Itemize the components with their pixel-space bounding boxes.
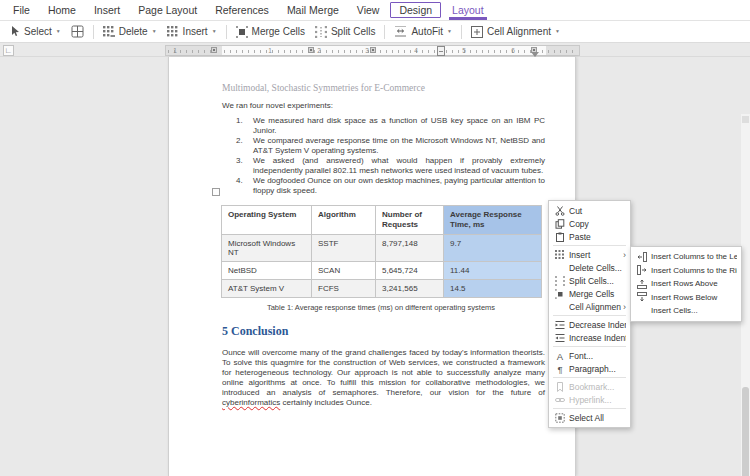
ruler-number: 6 bbox=[511, 47, 515, 54]
header-cell[interactable]: Algorithm bbox=[312, 206, 376, 235]
split-cells-button[interactable]: Split Cells bbox=[310, 24, 380, 40]
context-menu-item-paragraph[interactable]: ¶ Paragraph... bbox=[549, 362, 630, 375]
table-cell[interactable]: SSTF bbox=[312, 235, 376, 262]
tab-design[interactable]: Design bbox=[390, 2, 441, 18]
submenu-arrow-icon: › bbox=[623, 250, 626, 260]
results-table[interactable]: Operating System Algorithm Number of Req… bbox=[221, 205, 542, 298]
scrollbar-thumb[interactable] bbox=[742, 387, 749, 476]
menu-separator bbox=[553, 315, 626, 316]
submenu-item-insert-cells[interactable]: Insert Cells... bbox=[631, 304, 741, 318]
context-menu-item-merge-cells[interactable]: Merge Cells bbox=[549, 287, 630, 300]
split-cells-icon bbox=[554, 276, 565, 286]
table-cell[interactable]: AT&T System V bbox=[222, 280, 312, 298]
context-menu-item-insert[interactable]: Insert › bbox=[549, 248, 630, 261]
delete-cells-icon bbox=[103, 26, 115, 38]
header-cell-selected[interactable]: Average Response Time, ms bbox=[444, 206, 542, 235]
delete-button[interactable]: Delete ▼ bbox=[98, 24, 162, 40]
list-item-text: We dogfooded Ounce on our own desktop ma… bbox=[253, 176, 545, 196]
table-move-handle[interactable] bbox=[212, 188, 220, 196]
bookmark-icon bbox=[554, 382, 565, 392]
delete-label: Delete bbox=[119, 26, 148, 37]
ruler-ticks bbox=[548, 50, 577, 53]
table-cell-selected[interactable]: 11.44 bbox=[444, 262, 542, 280]
header-cell[interactable]: Operating System bbox=[222, 206, 312, 235]
menu-item-label: Bookmark... bbox=[569, 382, 626, 392]
split-cells-label: Split Cells bbox=[331, 26, 375, 37]
table-column-marker[interactable] bbox=[308, 47, 314, 53]
table-row: AT&T System V FCFS 3,241,565 14.5 bbox=[222, 280, 542, 298]
table-column-marker[interactable] bbox=[370, 47, 376, 53]
table-cell[interactable]: 5,645,724 bbox=[376, 262, 444, 280]
scroll-up-button[interactable] bbox=[742, 116, 749, 123]
submenu-item-insert-rows-above[interactable]: Insert Rows Above bbox=[631, 277, 741, 291]
svg-text:¶: ¶ bbox=[557, 364, 562, 374]
tab-view[interactable]: View bbox=[348, 0, 389, 20]
horizontal-ruler[interactable]: 1 1 2 3 4 5 6 7 bbox=[165, 45, 580, 56]
table-column-drag-marker[interactable] bbox=[437, 46, 445, 56]
tab-file[interactable]: File bbox=[4, 0, 39, 20]
table-cell[interactable]: 8,797,148 bbox=[376, 235, 444, 262]
tab-mail-merge[interactable]: Mail Merge bbox=[278, 0, 348, 20]
menu-item-label: Insert Cells... bbox=[651, 306, 737, 315]
context-menu-item-delete-cells[interactable]: Delete Cells... bbox=[549, 261, 630, 274]
table-cell-selected[interactable]: 9.7 bbox=[444, 235, 542, 262]
context-menu-item-increase-indent[interactable]: Increase Indent bbox=[549, 331, 630, 344]
list-item-text: We measured hard disk space as a functio… bbox=[253, 116, 545, 136]
header-cell[interactable]: Number of Requests bbox=[376, 206, 444, 235]
chevron-down-icon: ▼ bbox=[555, 29, 560, 34]
menu-item-label: Insert Columns to the Left bbox=[651, 252, 737, 261]
vertical-scrollbar[interactable] bbox=[741, 114, 750, 476]
table-cell[interactable]: FCFS bbox=[312, 280, 376, 298]
tab-insert[interactable]: Insert bbox=[85, 0, 129, 20]
insert-grid-icon bbox=[554, 250, 565, 260]
conclusion-text: Ounce will overcome many of the grand ch… bbox=[222, 348, 545, 397]
tab-page-layout[interactable]: Page Layout bbox=[129, 0, 206, 20]
paste-icon bbox=[554, 232, 565, 242]
context-menu-item-paste[interactable]: Paste bbox=[549, 230, 630, 243]
table-cell[interactable]: SCAN bbox=[312, 262, 376, 280]
cell-alignment-button[interactable]: Cell Alignment ▼ bbox=[466, 24, 565, 40]
select-button[interactable]: Select ▼ bbox=[6, 24, 66, 39]
table-cell[interactable]: 3,241,565 bbox=[376, 280, 444, 298]
table-grid-button[interactable] bbox=[66, 23, 89, 40]
ruler-number: 1 bbox=[268, 47, 272, 54]
table-column-marker[interactable] bbox=[211, 47, 217, 53]
insert-columns-left-icon bbox=[636, 252, 647, 262]
svg-text:A: A bbox=[556, 351, 563, 361]
menu-separator bbox=[553, 346, 626, 347]
split-cells-icon bbox=[315, 26, 327, 38]
context-menu-item-cut[interactable]: Cut bbox=[549, 204, 630, 217]
list-item: 2. We compared average response time on … bbox=[236, 136, 545, 156]
context-menu-item-font[interactable]: A Font... bbox=[549, 349, 630, 362]
table-cell[interactable]: Microsoft Windows NT bbox=[222, 235, 312, 262]
submenu-item-insert-rows-below[interactable]: Insert Rows Below bbox=[631, 291, 741, 305]
table-cell-selected[interactable]: 14.5 bbox=[444, 280, 542, 298]
autofit-button[interactable]: AutoFit ▼ bbox=[389, 24, 457, 39]
table-cell[interactable]: NetBSD bbox=[222, 262, 312, 280]
tab-layout[interactable]: Layout bbox=[443, 0, 493, 20]
misspelled-word: cyberinformatics bbox=[222, 398, 280, 407]
submenu-item-insert-columns-right[interactable]: Insert Columns to the Right bbox=[631, 264, 741, 278]
context-menu: Cut Copy Paste Insert › Delete Cells... bbox=[548, 200, 631, 428]
merge-cells-label: Merge Cells bbox=[252, 26, 305, 37]
context-menu-item-select-all[interactable]: Select All bbox=[549, 411, 630, 424]
submenu-item-insert-columns-left[interactable]: Insert Columns to the Left bbox=[631, 250, 741, 264]
ruler-number: 5 bbox=[462, 47, 466, 54]
menu-item-label: Insert Columns to the Right bbox=[651, 266, 737, 275]
document-page[interactable]: Multimodal, Stochastic Symmetries for E-… bbox=[168, 57, 576, 476]
context-menu-item-copy[interactable]: Copy bbox=[549, 217, 630, 230]
no-icon bbox=[554, 263, 565, 273]
context-menu-item-cell-alignment[interactable]: Cell Alignment › bbox=[549, 300, 630, 313]
menu-item-label: Copy bbox=[569, 219, 626, 229]
context-menu-item-split-cells[interactable]: Split Cells... bbox=[549, 274, 630, 287]
context-menu-item-decrease-indent[interactable]: Decrease Indent bbox=[549, 318, 630, 331]
tab-home[interactable]: Home bbox=[39, 0, 85, 20]
menu-item-label: Cut bbox=[569, 206, 626, 216]
cut-icon bbox=[554, 206, 565, 216]
tab-stop-selector[interactable]: ∟ bbox=[3, 45, 14, 56]
tab-references[interactable]: References bbox=[206, 0, 278, 20]
insert-button[interactable]: Insert ▼ bbox=[162, 24, 222, 40]
merge-cells-button[interactable]: Merge Cells bbox=[231, 24, 310, 40]
ruler-right-margin bbox=[546, 45, 580, 56]
menu-separator bbox=[553, 245, 626, 246]
